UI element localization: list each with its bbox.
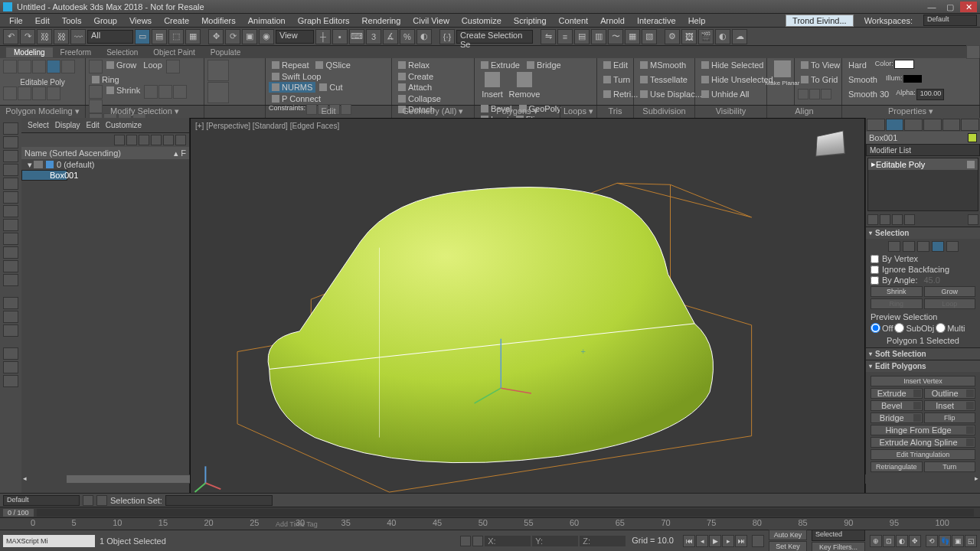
- ring-button[interactable]: Ring: [89, 74, 122, 85]
- play-button[interactable]: ▶: [709, 535, 721, 547]
- goto-end-button[interactable]: ⏭: [735, 535, 747, 547]
- ribbon-tab-populate[interactable]: Populate: [203, 47, 248, 57]
- ribbon-minimize-button[interactable]: [966, 45, 980, 59]
- cut-button[interactable]: Cut: [316, 82, 345, 93]
- eye-icon[interactable]: [34, 161, 43, 168]
- scene-t1-icon[interactable]: [139, 135, 149, 145]
- tessellate-btn[interactable]: Tessellate: [637, 74, 691, 85]
- group-edit[interactable]: Edit: [266, 106, 392, 118]
- viewport[interactable]: [+] [Perspective] [Standard] [Edged Face…: [190, 118, 865, 499]
- modsel-4[interactable]: [158, 85, 172, 99]
- add-time-tag[interactable]: Add Time Tag: [276, 520, 318, 528]
- nav-orbit-button[interactable]: ⟲: [926, 535, 938, 547]
- window-crossing-button[interactable]: ▦: [185, 29, 201, 44]
- layer-btn2[interactable]: [96, 495, 107, 506]
- layer-btn1[interactable]: [83, 495, 93, 506]
- border-mode-button[interactable]: [32, 60, 46, 73]
- time-ruler[interactable]: 0510152025303540455055606570758085909510…: [0, 517, 980, 530]
- space-icon[interactable]: [3, 233, 18, 245]
- element-mode-button[interactable]: [61, 60, 75, 73]
- layer-icon[interactable]: [3, 136, 18, 148]
- preview-subobj[interactable]: [894, 323, 904, 333]
- modifier-stack[interactable]: ▸ Editable Poly: [867, 158, 978, 211]
- tri-edit[interactable]: Edit: [600, 60, 631, 70]
- rollout-selection[interactable]: Selection: [866, 227, 980, 239]
- turn-button[interactable]: Turn: [924, 461, 976, 472]
- unlink-button[interactable]: ⛓̷: [54, 29, 69, 44]
- keyboard-button[interactable]: ⌨: [349, 29, 364, 44]
- placement-button[interactable]: ◉: [259, 29, 274, 44]
- remove-btn[interactable]: Remove: [508, 71, 541, 103]
- selset-input[interactable]: [165, 495, 273, 506]
- sel-polygon[interactable]: [932, 241, 944, 252]
- angle-snap-button[interactable]: ∡: [383, 29, 398, 44]
- pivot-button[interactable]: ┼: [315, 29, 331, 44]
- bridge-btn[interactable]: Bridge: [524, 60, 564, 70]
- edit-tri-button[interactable]: Edit Triangulation: [871, 449, 975, 460]
- rollout-editpoly[interactable]: Edit Polygons: [866, 360, 980, 372]
- edit-prev1[interactable]: [207, 60, 229, 81]
- insert-btn[interactable]: Insert: [478, 71, 507, 103]
- percent-snap-button[interactable]: %: [400, 29, 415, 44]
- poly-opt1[interactable]: [3, 86, 17, 100]
- cmd-tab-modify[interactable]: [886, 119, 904, 131]
- nurms-button[interactable]: NURMS: [269, 82, 315, 93]
- modsel-ring[interactable]: [166, 60, 180, 73]
- inset-poly-button[interactable]: Inset: [924, 400, 976, 411]
- lock-icon[interactable]: [460, 536, 471, 546]
- hard-btn[interactable]: Hard: [845, 60, 870, 70]
- outline-button[interactable]: Outline: [924, 388, 976, 399]
- rotate-button[interactable]: ⟳: [225, 29, 240, 44]
- menu-modifiers[interactable]: Modifiers: [195, 16, 242, 25]
- menu-scripting[interactable]: Scripting: [508, 16, 553, 25]
- time-slider[interactable]: [37, 509, 974, 517]
- setkey-button[interactable]: Set Key: [769, 541, 807, 551]
- layer-button[interactable]: ▤: [574, 29, 590, 44]
- refcoord-select[interactable]: View: [276, 30, 314, 44]
- menu-content[interactable]: Content: [553, 16, 595, 25]
- modsel-1[interactable]: [89, 60, 103, 73]
- menu-tools[interactable]: Tools: [56, 16, 88, 25]
- scene-t4-icon[interactable]: [175, 135, 186, 145]
- hide-icon[interactable]: [3, 297, 18, 309]
- group-vis[interactable]: Visibility: [695, 106, 767, 118]
- config-mod-icon[interactable]: [968, 214, 978, 225]
- manip-button[interactable]: ▪: [332, 29, 348, 44]
- sel-border[interactable]: [917, 241, 929, 252]
- render-online-button[interactable]: ☁: [732, 29, 747, 44]
- nav-pan-button[interactable]: ✥: [909, 535, 921, 547]
- object-color-swatch[interactable]: [968, 133, 977, 142]
- align-y[interactable]: [809, 89, 820, 99]
- scene-tab-select[interactable]: Select: [28, 121, 49, 129]
- color-swatch[interactable]: [894, 60, 914, 69]
- hinge-settings-icon[interactable]: [966, 426, 974, 434]
- tree-box001[interactable]: Box001: [21, 170, 67, 181]
- vertex-mode-button[interactable]: [3, 60, 17, 73]
- poly-opt3[interactable]: [32, 86, 46, 100]
- loop-button[interactable]: Loop: [140, 60, 165, 70]
- frame-indicator[interactable]: 0 / 100: [3, 509, 34, 517]
- ribbon-tab-freeform[interactable]: Freeform: [53, 47, 100, 57]
- group-polys[interactable]: Polygons ▾: [475, 106, 560, 118]
- edit-prev2[interactable]: [207, 82, 229, 103]
- bone-icon[interactable]: [3, 219, 18, 231]
- next-frame-button[interactable]: ▸: [722, 535, 734, 547]
- insert-vertex-button[interactable]: Insert Vertex: [871, 376, 975, 386]
- menu-arnold[interactable]: Arnold: [594, 16, 631, 25]
- scene-close-icon[interactable]: [114, 135, 125, 145]
- render-icon[interactable]: [3, 324, 18, 337]
- illum-swatch[interactable]: [903, 74, 923, 83]
- menu-customize[interactable]: Customize: [456, 16, 508, 25]
- render-button[interactable]: 🎬: [698, 29, 714, 44]
- smooth-btn[interactable]: Smooth: [845, 74, 880, 85]
- preview-off[interactable]: [871, 323, 880, 333]
- extspline-settings-icon[interactable]: [966, 439, 974, 446]
- swiftloop-button[interactable]: Swift Loop: [269, 71, 324, 82]
- move-button[interactable]: ✥: [208, 29, 224, 44]
- modifier-editablepoly[interactable]: ▸ Editable Poly: [868, 158, 978, 170]
- render-iray-button[interactable]: ◐: [715, 29, 730, 44]
- relax-button[interactable]: Relax: [395, 60, 433, 70]
- alpha-value[interactable]: 100.00: [916, 89, 944, 100]
- make-unique-icon[interactable]: [892, 214, 903, 225]
- hidesel-btn[interactable]: Hide Selected: [698, 60, 767, 70]
